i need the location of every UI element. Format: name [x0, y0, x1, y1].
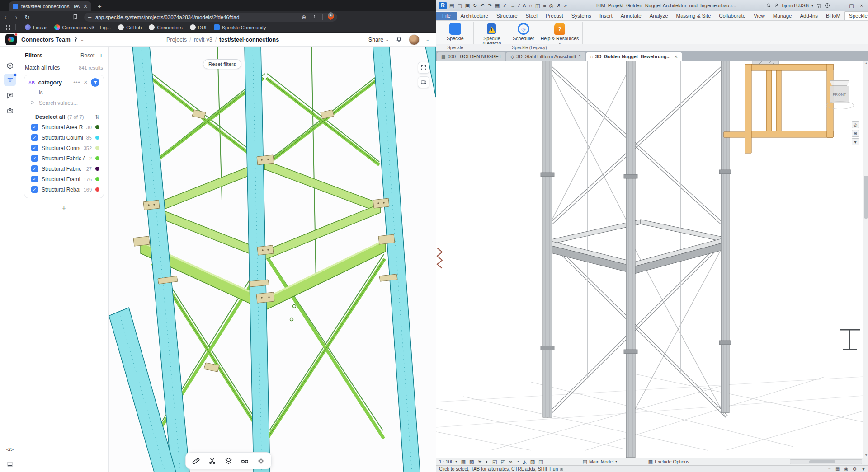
browser-tab[interactable]: test/steel-connections - revit-v3 ✕ [9, 1, 91, 11]
ribbon-button-scheduler[interactable]: ◷ Scheduler [509, 22, 538, 41]
more-icon[interactable]: » [564, 3, 567, 8]
rule-name[interactable]: category [38, 79, 70, 86]
default-3d-view-icon[interactable]: ⌂ [529, 3, 532, 8]
selection-underlay-icon[interactable]: ▦ [835, 467, 840, 472]
ribbon-tab-bhom[interactable]: BHoM [822, 12, 844, 20]
bookmark-item[interactable]: Linear [21, 24, 51, 30]
filter-value-row[interactable]: ✓Structural Rebar169 [24, 184, 104, 195]
ribbon-tab-steel[interactable]: Steel [522, 12, 542, 20]
undo-icon[interactable]: ↶ [480, 3, 484, 9]
analytic-icon[interactable]: ◭ [523, 459, 526, 465]
ribbon-button-speckle[interactable]: Speckle [438, 22, 472, 41]
panel-label-speckle[interactable]: Speckle [438, 45, 472, 50]
share-button[interactable]: Share⌄ [368, 37, 389, 43]
crop-view-icon[interactable]: ◱ [492, 459, 497, 465]
speckle-logo-icon[interactable] [5, 34, 17, 45]
exclude-options-toggle[interactable]: ▦ Exclude Options [648, 459, 689, 465]
close-inactive-icon[interactable]: ✗ [557, 3, 561, 9]
ribbon-tab-add-ins[interactable]: Add-Ins [796, 12, 822, 20]
visual-style-icon[interactable]: ▧ [469, 459, 474, 465]
filter-value-row[interactable]: ✓Structural Connections352 [24, 143, 104, 153]
bookmark-item[interactable]: Speckle Community [210, 24, 270, 30]
view-tab[interactable]: ▤000 - GOLDEN NUGGET [437, 52, 505, 61]
zoom-icon[interactable]: ⊕ [852, 130, 859, 137]
site-info-icon[interactable]: ⚎ [88, 15, 92, 20]
revit-logo-icon[interactable]: R [439, 2, 447, 9]
reveal-hidden-icon[interactable]: ◔ [516, 459, 519, 465]
section-icon[interactable] [208, 457, 217, 465]
comments-icon[interactable] [4, 89, 16, 102]
close-tab-icon[interactable]: ✕ [83, 3, 88, 9]
reload-icon[interactable]: ↻ [22, 14, 33, 21]
sun-path-icon[interactable]: ☀ [477, 459, 482, 465]
ribbon-tab-structure[interactable]: Structure [492, 12, 522, 20]
panel-label-speckle-legacy[interactable]: Speckle (Legacy) [475, 45, 584, 50]
docs-book-icon[interactable] [4, 458, 16, 471]
ribbon-tab-architecture[interactable]: Architecture [457, 12, 492, 20]
rule-search-input[interactable]: Search values... [24, 98, 104, 110]
viewcube-front-face[interactable]: FRONT [830, 86, 849, 103]
filter-value-row[interactable]: ✓Structural Area Reinforc...30 [24, 122, 104, 132]
sync-icon[interactable]: ↻ [473, 3, 477, 9]
filter-value-row[interactable]: ✓Structural Framing176 [24, 174, 104, 184]
deselect-all-button[interactable]: Deselect all [35, 114, 65, 120]
view-scale[interactable]: 1 : 100▾ [439, 459, 457, 464]
speckle-3d-viewer[interactable]: Reset filters [109, 47, 436, 472]
ribbon-tab-insert[interactable]: Insert [595, 12, 617, 20]
minimize-icon[interactable]: – [840, 3, 843, 9]
zoom-extents-button[interactable] [418, 62, 429, 74]
reset-filters-button[interactable]: Reset filters [203, 59, 241, 69]
team-name[interactable]: Connectors Team [21, 36, 71, 43]
open-icon[interactable]: ▢ [457, 3, 462, 9]
ribbon-button-help-resources[interactable]: ? Help & Resources ▾ [538, 22, 581, 46]
viewcube[interactable]: FRONT [826, 80, 855, 112]
rule-operator[interactable]: is [24, 89, 104, 98]
forward-icon[interactable]: › [11, 14, 22, 21]
url-text[interactable]: app.speckle.systems/projects/03074a2834/… [95, 14, 296, 20]
breadcrumb-projects[interactable]: Projects [166, 37, 187, 43]
explode-icon[interactable] [241, 457, 249, 465]
ribbon-tab-file[interactable]: File [436, 12, 457, 20]
temporary-hide-icon[interactable]: ∞ [509, 459, 513, 465]
checkbox-checked-icon[interactable]: ✓ [31, 134, 38, 141]
worksharing-icon[interactable]: ◫ [538, 459, 543, 465]
bookmark-item[interactable]: Connectors v3 – Fig... [51, 24, 115, 30]
help-circle-icon[interactable] [825, 3, 830, 8]
bookmark-item[interactable]: Connectors [145, 24, 186, 30]
ribbon-tab-manage[interactable]: Manage [769, 12, 796, 20]
view-tab[interactable]: ◇3D_Stahl Liftturm Ausschnitt_1 [506, 52, 585, 61]
checkbox-checked-icon[interactable]: ✓ [31, 165, 38, 172]
close-view-icon[interactable]: ✕ [674, 54, 678, 59]
layers-icon[interactable] [224, 457, 233, 465]
view-tab[interactable]: ⌂3D_Golden Nugget_Bewehrung...✕ [586, 52, 682, 61]
revit-account[interactable]: bjornTUJSB ▾ [766, 3, 830, 8]
share-page-icon[interactable] [312, 14, 317, 20]
views-camera-icon[interactable] [4, 104, 16, 117]
rule-remove-icon[interactable]: ✕ [84, 79, 88, 85]
print-icon[interactable]: ▦ [495, 3, 500, 9]
address-bar[interactable]: ⚎ app.speckle.systems/projects/03074a283… [84, 13, 337, 22]
aligned-dimension-icon[interactable]: ↔ [510, 3, 515, 8]
constraints-icon[interactable]: ▨ [530, 459, 535, 465]
detail-level-icon[interactable]: ▦ [461, 459, 466, 465]
user-chevron-down-icon[interactable]: ⌄ [426, 37, 429, 42]
filters-reset-button[interactable]: Reset [80, 52, 94, 59]
model-line-icon[interactable]: ∕ [519, 3, 519, 8]
camera-views-button[interactable] [418, 76, 429, 88]
measure-icon[interactable]: ∠ [503, 3, 507, 9]
app-store-cart-icon[interactable] [816, 3, 822, 8]
lighting-icon[interactable] [257, 457, 265, 465]
zoom-page-icon[interactable]: ⊕ [302, 14, 306, 20]
file-tabs-icon[interactable]: ▤ [449, 3, 454, 9]
bookmark-panel-icon[interactable] [72, 14, 83, 20]
thin-lines-icon[interactable]: ≡ [543, 3, 546, 8]
bookmark-item[interactable]: GitHub [114, 24, 145, 30]
ribbon-tab-collaborate[interactable]: Collaborate [715, 12, 750, 20]
search-icon[interactable] [766, 3, 771, 8]
selection-link-icon[interactable]: ≡ [828, 467, 831, 472]
ribbon-tab-massing-site[interactable]: Massing & Site [672, 12, 715, 20]
new-tab-button[interactable]: + [98, 2, 102, 10]
show-crop-icon[interactable]: ◰ [500, 459, 505, 465]
ribbon-tab-speckle[interactable]: Speckle [844, 11, 868, 20]
bookmark-item[interactable]: DUI [186, 24, 210, 30]
